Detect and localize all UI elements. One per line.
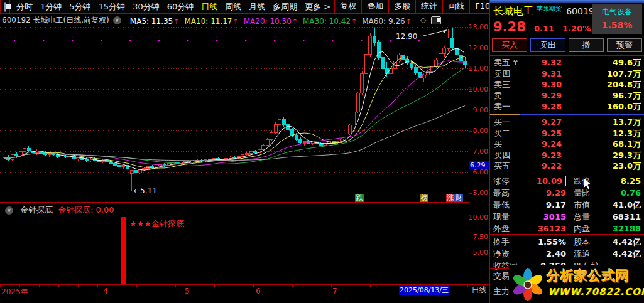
candle-up bbox=[278, 119, 281, 124]
ma-line-20 bbox=[4, 61, 466, 166]
window-icon[interactable] bbox=[431, 16, 441, 24]
candle-up bbox=[364, 54, 368, 73]
order-volume: 29.3万 bbox=[562, 150, 644, 161]
candle-up bbox=[138, 170, 141, 173]
stat-label: 股本 bbox=[566, 236, 605, 248]
date-label-7: 7 bbox=[332, 287, 337, 295]
menu-item-分时[interactable]: 分时 bbox=[16, 1, 33, 13]
order-price: 9.23 bbox=[525, 150, 562, 161]
main-candlestick-chart[interactable]: ←5.1112.90 600192 长城电工(日线.前复权) ∨ MA5: 11… bbox=[0, 14, 469, 202]
menu-item-日线[interactable]: 日线 bbox=[201, 1, 217, 13]
sell-button[interactable]: 卖出 bbox=[530, 38, 565, 52]
diamond-icon[interactable]: ◇ bbox=[420, 16, 426, 24]
hot-tag-跌[interactable]: 跌 bbox=[355, 194, 364, 203]
stat-value: 4.42亿 bbox=[605, 248, 644, 260]
buy-queue: 买一9.2713.7万买二9.2512.3万买三9.2468.1万买四9.232… bbox=[490, 117, 644, 172]
buy-row[interactable]: 买五9.2223.0万 bbox=[490, 161, 644, 172]
menu-item-月线[interactable]: 月线 bbox=[249, 1, 265, 13]
order-volume: 68.1万 bbox=[562, 139, 644, 150]
sell-row[interactable]: 卖二9.2996.7万 bbox=[490, 90, 644, 102]
order-level-label: 卖四 bbox=[490, 68, 525, 80]
panel-button-预警[interactable]: 预警 bbox=[607, 38, 642, 52]
candle-up bbox=[249, 152, 253, 154]
magenta-dot bbox=[418, 40, 420, 41]
separator bbox=[490, 174, 644, 174]
ma-line-60 bbox=[4, 106, 466, 161]
price-change-pct: 1.20% bbox=[562, 24, 591, 33]
stat-value: 4.42亿 bbox=[605, 236, 644, 248]
stat-label: 流通 bbox=[566, 248, 605, 260]
menu-button-统计[interactable]: 统计 bbox=[415, 0, 442, 13]
watermark: 分析家公式网 WWW.70822.COM bbox=[509, 265, 644, 303]
candle-down bbox=[287, 125, 290, 130]
tdx-terminal: 分时1分钟5分钟15分钟30分钟60分钟日线周线月线多周期更多 > 复权叠加多股… bbox=[0, 0, 644, 303]
price-tick-label: 7.00 bbox=[473, 147, 489, 156]
sell-row[interactable]: 卖五 ¥9.3249.6万 bbox=[490, 57, 644, 68]
order-level-label: 买三 bbox=[490, 139, 525, 150]
price-axis: 6.29 13.0012.0011.0010.009.008.007.006.0… bbox=[469, 14, 489, 202]
chevron-down-icon[interactable]: ∨ bbox=[113, 16, 121, 24]
order-level-label: 买五 bbox=[490, 161, 525, 172]
candle-up bbox=[229, 157, 232, 159]
menu-button-多股[interactable]: 多股 bbox=[388, 0, 415, 13]
app-icon[interactable] bbox=[4, 2, 6, 12]
sell-row[interactable]: 卖一9.28160.0万 bbox=[490, 101, 644, 112]
industry-box[interactable]: 电气设备 1.58% bbox=[592, 4, 642, 34]
indicator-header: ∨ 金针探底 金针探底: 0.00 bbox=[1, 205, 114, 216]
menu-item-1分钟[interactable]: 1分钟 bbox=[40, 1, 62, 13]
buy-row[interactable]: 买四9.2329.3万 bbox=[490, 150, 644, 161]
chart-header: 600192 长城电工(日线.前复权) ∨ MA5: 11.35↑MA10: 1… bbox=[2, 15, 441, 25]
stat-value: 10.09 bbox=[522, 175, 566, 187]
stat-label: 最高 bbox=[490, 187, 522, 199]
order-level-label: 卖二 bbox=[490, 90, 525, 102]
candle-up bbox=[274, 124, 277, 132]
magenta-dot bbox=[245, 40, 246, 41]
order-price: 9.30 bbox=[525, 79, 562, 90]
date-label-5: 5 bbox=[185, 287, 190, 295]
chevron-down-icon[interactable]: ∨ bbox=[5, 206, 13, 215]
stat-value: 9.29 bbox=[522, 187, 566, 199]
hot-tag-榜[interactable]: 榜 bbox=[420, 194, 428, 203]
menu-button-复权[interactable]: 复权 bbox=[334, 0, 361, 13]
magenta-dot bbox=[43, 40, 44, 41]
menu-item-5分钟[interactable]: 5分钟 bbox=[69, 1, 90, 13]
stat-row: 换手1.55%股本4.42亿 bbox=[490, 236, 644, 248]
panel-button-撤[interactable]: 撤 bbox=[569, 38, 604, 52]
candle-down bbox=[114, 164, 117, 165]
indicator-name: 金针探底 bbox=[20, 205, 53, 216]
price-tick-label: 8.00 bbox=[473, 127, 489, 135]
menu-item-60分钟[interactable]: 60分钟 bbox=[167, 1, 194, 13]
quote-stats: 涨停10.09跌停8.25最高9.29量比0.76最低9.17市值41.0亿现量… bbox=[490, 175, 644, 235]
candle-down bbox=[15, 155, 18, 156]
candle-up bbox=[262, 146, 265, 150]
current-date-label: 2025/08/13/三 bbox=[399, 285, 449, 295]
row-main-force[interactable]: 主力 bbox=[493, 286, 510, 297]
row-trade[interactable]: 交易 bbox=[493, 270, 510, 282]
menu-item-多周期[interactable]: 多周期 bbox=[273, 1, 297, 13]
indicator-pane[interactable]: ∨ 金针探底 金针探底: 0.00 ★★★金针探底 bbox=[0, 202, 469, 284]
candle-up bbox=[303, 142, 306, 143]
price-tick bbox=[469, 68, 472, 69]
menu-item-30分钟[interactable]: 30分钟 bbox=[133, 1, 160, 13]
menu-item-周线[interactable]: 周线 bbox=[225, 1, 241, 13]
buy-row[interactable]: 买三9.2468.1万 bbox=[490, 139, 644, 150]
menu-item-15分钟[interactable]: 15分钟 bbox=[99, 1, 126, 13]
sell-queue: 卖五 ¥9.3249.6万卖四9.31107.7万卖三9.30204.8万卖二9… bbox=[490, 57, 644, 112]
candle-down bbox=[319, 144, 322, 146]
buy-row[interactable]: 买二9.2512.3万 bbox=[490, 128, 644, 139]
hot-tag-财[interactable]: 财 bbox=[454, 194, 463, 203]
linked-instrument[interactable]: 苹果期货 bbox=[537, 5, 562, 12]
candle-down bbox=[254, 152, 257, 153]
buy-row[interactable]: 买一9.2713.7万 bbox=[490, 117, 644, 128]
menu-button-叠加[interactable]: 叠加 bbox=[361, 0, 388, 13]
menu-item-更多 >[interactable]: 更多 > bbox=[305, 1, 330, 13]
hot-tag-涨[interactable]: 涨 bbox=[446, 194, 455, 203]
candle-up bbox=[130, 171, 133, 174]
price-tick bbox=[469, 48, 472, 48]
stat-value: 0.76 bbox=[605, 187, 644, 199]
buy-button[interactable]: 买入 bbox=[492, 38, 527, 52]
sell-row[interactable]: 卖四9.31107.7万 bbox=[490, 68, 644, 80]
stat-value: 1.55% bbox=[522, 236, 566, 248]
menu-button-画线[interactable]: 画线 bbox=[442, 0, 469, 13]
sell-row[interactable]: 卖三9.30204.8万 bbox=[490, 79, 644, 90]
